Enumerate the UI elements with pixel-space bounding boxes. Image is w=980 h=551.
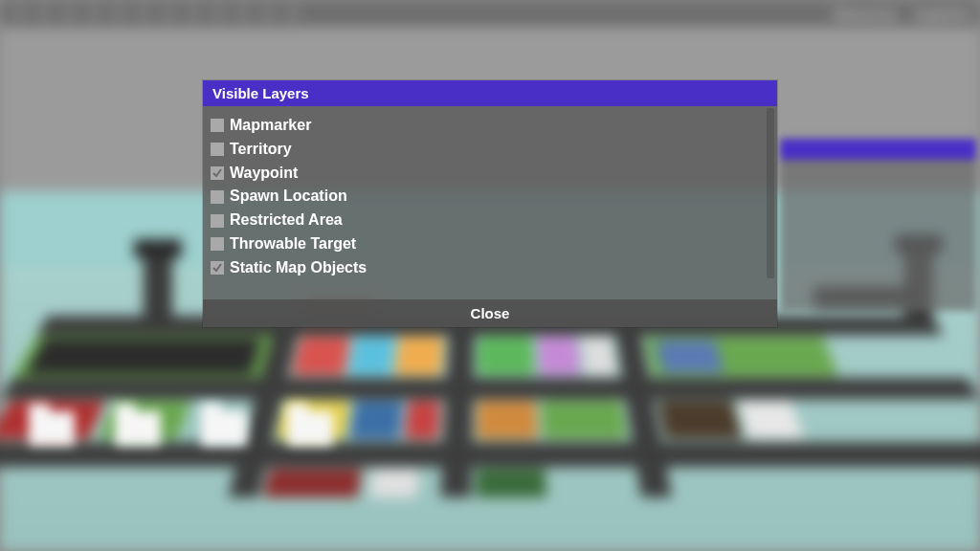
layer-item[interactable]: Restricted Area (211, 209, 769, 232)
layer-item[interactable]: Territory (211, 138, 769, 162)
close-button[interactable]: Close (203, 299, 777, 327)
folder-row (29, 411, 333, 446)
layer-checkbox[interactable] (211, 119, 224, 132)
layer-checkbox[interactable] (211, 261, 224, 275)
toolbar-icon[interactable] (209, 4, 228, 23)
city-scene (0, 316, 980, 497)
check-icon (212, 263, 222, 273)
toolbar-icon[interactable] (109, 4, 128, 23)
toolbar: Resources Inspector (0, 0, 980, 27)
layer-label: Waypoint (230, 162, 298, 186)
scrollbar[interactable] (767, 108, 774, 278)
layer-label: Territory (230, 138, 292, 162)
layer-item[interactable]: Throwable Target (211, 232, 769, 256)
toolbar-icon[interactable] (10, 4, 29, 23)
layer-checkbox[interactable] (211, 214, 224, 228)
toolbar-icon[interactable] (283, 4, 302, 23)
layer-checkbox[interactable] (211, 190, 224, 204)
layer-label: Spawn Location (230, 185, 347, 209)
layer-item[interactable]: Spawn Location (211, 185, 769, 209)
layer-list: MapmarkerTerritoryWaypointSpawn Location… (211, 114, 769, 280)
toolbar-link-inspector[interactable]: Inspector (914, 7, 970, 21)
secondary-panel (780, 139, 976, 311)
toolbar-icon[interactable] (159, 4, 178, 23)
check-icon (212, 168, 222, 178)
toolbar-icon[interactable] (34, 4, 54, 23)
folder-icon[interactable] (287, 411, 333, 446)
toolbar-icon[interactable] (84, 4, 103, 23)
toolbar-right: Resources Inspector (834, 7, 970, 21)
layer-label: Mapmarker (230, 114, 311, 138)
layer-label: Static Map Objects (230, 256, 367, 280)
toolbar-icon[interactable] (59, 4, 78, 23)
folder-icon[interactable] (29, 411, 75, 446)
visible-layers-dialog: Visible Layers MapmarkerTerritoryWaypoin… (203, 80, 777, 327)
layer-checkbox[interactable] (211, 166, 224, 180)
layer-checkbox[interactable] (211, 237, 224, 251)
layer-checkbox[interactable] (211, 143, 224, 156)
toolbar-link-resources[interactable]: Resources (834, 7, 897, 21)
toolbar-left-icons (10, 4, 302, 23)
layer-label: Restricted Area (230, 209, 343, 232)
layer-label: Throwable Target (230, 232, 356, 256)
toolbar-icon[interactable] (234, 4, 253, 23)
toolbar-icon[interactable] (184, 4, 203, 23)
dialog-body: MapmarkerTerritoryWaypointSpawn Location… (203, 106, 777, 280)
dialog-title: Visible Layers (203, 80, 777, 106)
secondary-panel-title (780, 139, 976, 160)
toolbar-icon[interactable] (134, 4, 153, 23)
folder-icon[interactable] (115, 411, 161, 446)
folder-icon[interactable] (201, 411, 247, 446)
layer-item[interactable]: Mapmarker (211, 114, 769, 138)
toolbar-icon[interactable] (258, 4, 278, 23)
layer-item[interactable]: Static Map Objects (211, 256, 769, 280)
layer-item[interactable]: Waypoint (211, 162, 769, 186)
